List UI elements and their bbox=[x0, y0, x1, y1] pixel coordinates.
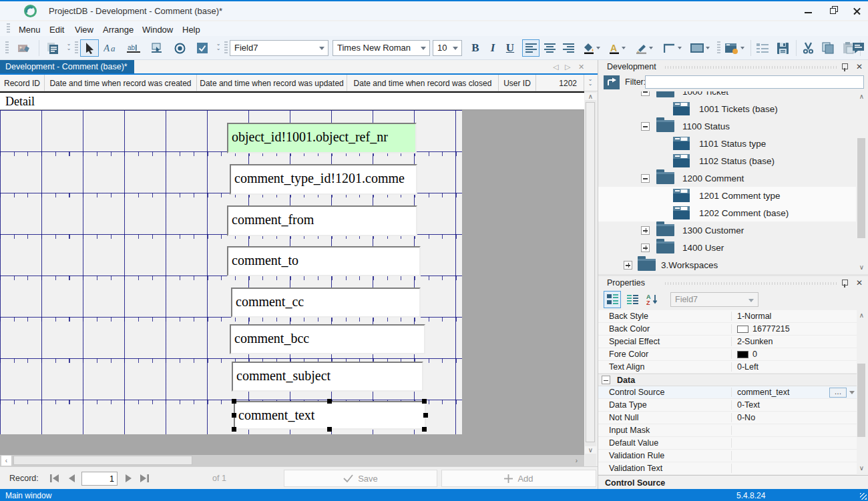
tree-item-1000-ticket[interactable]: 1000 Ticket bbox=[598, 91, 856, 100]
label-tool-button[interactable]: Aa bbox=[101, 39, 122, 57]
border-style-button[interactable] bbox=[661, 39, 684, 57]
save-button[interactable] bbox=[773, 39, 792, 57]
column-header-record-id[interactable]: Record ID bbox=[0, 75, 45, 91]
property-section-data[interactable]: Data bbox=[598, 374, 857, 386]
field-comment-type-id[interactable]: comment_type_id!1201.comme bbox=[230, 164, 417, 195]
resize-handle[interactable] bbox=[232, 427, 236, 432]
close-icon[interactable]: ✕ bbox=[855, 279, 863, 287]
scrollbar-thumb[interactable] bbox=[586, 102, 595, 442]
property-row-input-mask[interactable]: Input Mask bbox=[598, 424, 857, 437]
tree-item-1400-user[interactable]: 1400 User bbox=[598, 239, 856, 256]
property-row-data-type[interactable]: Data Type 0-Text bbox=[598, 399, 857, 412]
tree-item-3-workspaces[interactable]: 3.Workspaces bbox=[598, 256, 856, 274]
resize-handle[interactable] bbox=[422, 427, 427, 432]
property-row-back-style[interactable]: Back Style 1-Normal bbox=[598, 310, 857, 323]
image-tool-button[interactable] bbox=[15, 39, 35, 57]
tree-item-1102-status-base[interactable]: 1102 Status (base) bbox=[598, 152, 856, 169]
first-record-button[interactable] bbox=[47, 471, 63, 486]
tab-scroll-left-icon[interactable]: ◁ bbox=[553, 63, 558, 71]
detail-section-bar[interactable]: Detail bbox=[0, 91, 584, 110]
pin-icon[interactable] bbox=[841, 279, 849, 288]
property-row-not-null[interactable]: Not Null 0-No bbox=[598, 412, 857, 424]
navigate-object-button[interactable] bbox=[604, 75, 620, 89]
property-row-fore-color[interactable]: Fore Color 0 bbox=[598, 348, 857, 361]
field-comment-to[interactable]: comment_to bbox=[227, 246, 421, 276]
next-record-button[interactable] bbox=[120, 471, 136, 486]
categorized-view-button[interactable] bbox=[604, 291, 621, 308]
toolbar-overflow-icon[interactable]: ⌄⌄ bbox=[65, 41, 72, 53]
align-left-button[interactable] bbox=[522, 39, 539, 57]
property-row-text-align[interactable]: Text Align 0-Left bbox=[598, 361, 857, 374]
column-header-closed[interactable]: Date and time when record was closed bbox=[347, 75, 499, 91]
scrollbar-thumb[interactable] bbox=[857, 364, 865, 437]
resize-handle[interactable] bbox=[232, 413, 236, 418]
align-right-button[interactable] bbox=[560, 39, 577, 57]
property-row-control-source[interactable]: Control Source comment_text … bbox=[598, 386, 857, 399]
resize-handle[interactable] bbox=[423, 413, 428, 418]
column-header-updated[interactable]: Date and time when record was updated bbox=[197, 75, 347, 91]
scroll-down-icon[interactable]: ∨ bbox=[857, 464, 867, 472]
border-box-button[interactable] bbox=[688, 39, 712, 57]
chevron-down-icon[interactable] bbox=[849, 391, 855, 394]
form-settings-button[interactable] bbox=[722, 39, 746, 57]
expander-minus-icon[interactable] bbox=[602, 376, 610, 384]
toolbar-grip[interactable] bbox=[5, 41, 9, 55]
notes-button[interactable] bbox=[849, 39, 868, 57]
close-icon[interactable]: ✕ bbox=[855, 63, 863, 71]
properties-scrollbar[interactable]: ∧ ∨ bbox=[857, 310, 867, 475]
save-record-button[interactable]: Save bbox=[284, 470, 437, 487]
menu-grip[interactable] bbox=[7, 23, 10, 34]
tab-scroll-right-icon[interactable]: ▷ bbox=[565, 63, 570, 71]
scroll-up-icon[interactable]: ∧ bbox=[857, 312, 867, 319]
menu-item-view[interactable]: View bbox=[71, 23, 97, 36]
resize-handle[interactable] bbox=[327, 427, 332, 432]
tree-item-1201-comment-type[interactable]: 1201 Comment type bbox=[598, 187, 856, 204]
resize-handle[interactable] bbox=[232, 399, 236, 404]
tree-item-1202-comment-base[interactable]: 1202 Comment (base) bbox=[598, 204, 856, 221]
font-color-button[interactable]: A bbox=[608, 39, 628, 57]
checkbox-tool-button[interactable] bbox=[192, 39, 212, 57]
resize-handle[interactable] bbox=[422, 399, 427, 404]
expander-minus-icon[interactable] bbox=[641, 174, 650, 183]
resize-grip[interactable] bbox=[860, 493, 867, 500]
record-number-input[interactable] bbox=[81, 472, 118, 486]
property-row-back-color[interactable]: Back Color 16777215 bbox=[598, 323, 857, 336]
pin-icon[interactable] bbox=[841, 63, 849, 71]
tree-item-1001-tickets-base[interactable]: 1001 Tickets (base) bbox=[598, 100, 856, 117]
close-button[interactable] bbox=[847, 4, 867, 18]
resize-handle[interactable] bbox=[327, 399, 332, 404]
italic-button[interactable]: I bbox=[485, 39, 501, 57]
column-overflow-icon[interactable]: ⌄⌄ bbox=[587, 77, 594, 89]
scroll-right-icon[interactable]: › bbox=[572, 456, 582, 466]
list-view-button[interactable] bbox=[753, 39, 772, 57]
cut-button[interactable] bbox=[799, 39, 817, 57]
scroll-down-icon[interactable]: ∨ bbox=[857, 264, 867, 271]
column-header-1202[interactable]: 1202 bbox=[536, 75, 584, 91]
expander-plus-icon[interactable] bbox=[641, 243, 650, 252]
menu-item-edit[interactable]: Edit bbox=[45, 23, 68, 36]
pen-color-button[interactable] bbox=[634, 39, 654, 57]
property-row-special-effect[interactable]: Special Effect 2-Sunken bbox=[598, 336, 857, 348]
sort-az-button[interactable]: AZ bbox=[644, 291, 661, 308]
menu-item-window[interactable]: Window bbox=[138, 23, 177, 36]
tree-scrollbar[interactable]: ∧ ∨ bbox=[857, 91, 867, 274]
copy-button[interactable] bbox=[819, 39, 837, 57]
field-comment-cc[interactable]: comment_cc bbox=[231, 288, 421, 318]
tab-close-icon[interactable]: ✕ bbox=[578, 63, 584, 71]
scroll-left-icon[interactable]: ‹ bbox=[1, 456, 11, 466]
scroll-up-icon[interactable]: ∧ bbox=[857, 93, 867, 100]
menu-item-menu[interactable]: Menu bbox=[15, 23, 45, 36]
expander-minus-icon[interactable] bbox=[641, 122, 650, 131]
field-comment-subject[interactable]: comment_subject bbox=[232, 362, 423, 392]
underline-button[interactable]: U bbox=[502, 39, 518, 57]
alphabetical-view-button[interactable] bbox=[624, 291, 641, 308]
column-header-user-id[interactable]: User ID bbox=[499, 75, 536, 91]
toolbar-overflow-icon[interactable]: ⌄⌄ bbox=[215, 41, 222, 53]
toolbar-grip[interactable] bbox=[717, 41, 720, 55]
font-family-combo[interactable]: Times New Roman bbox=[333, 40, 430, 56]
tree-item-1300-customer[interactable]: 1300 Customer bbox=[598, 221, 856, 239]
field-comment-from[interactable]: comment_from bbox=[227, 205, 417, 236]
previous-record-button[interactable] bbox=[64, 471, 80, 486]
fill-color-button[interactable] bbox=[582, 39, 601, 57]
maximize-button[interactable] bbox=[823, 4, 843, 18]
